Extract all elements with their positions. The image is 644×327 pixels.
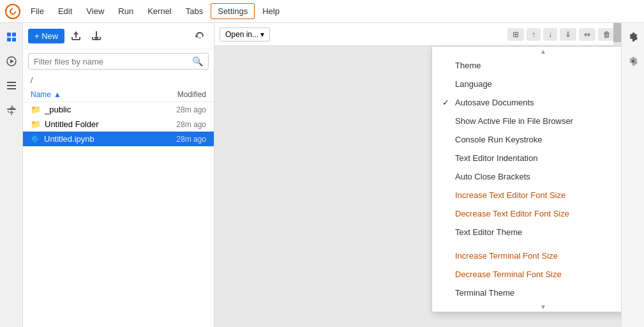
file-modified: 28m ago [155, 135, 206, 144]
scroll-up-indicator: ▲ [432, 47, 621, 56]
content-area: ▲ Theme › Language › ✓ Autosave Document… [214, 23, 621, 327]
svg-rect-0 [7, 33, 11, 36]
cell-action-btn-4[interactable]: ⇓ [560, 28, 576, 41]
icon-bar-files[interactable] [3, 28, 20, 46]
menu-item-label: Language [455, 79, 621, 89]
menu-item-label: Theme [455, 61, 621, 70]
file-modified: 28m ago [155, 105, 206, 114]
sort-arrow-icon: ▲ [54, 90, 61, 99]
menu-item-terminal-theme[interactable]: Terminal Theme › [432, 284, 621, 302]
menu-item-autosave[interactable]: ✓ Autosave Documents [432, 93, 621, 112]
svg-rect-1 [12, 33, 16, 36]
scrollbar-thumb[interactable] [613, 23, 621, 42]
menu-item-label: Auto Close Brackets [455, 172, 621, 181]
menu-edit[interactable]: Edit [52, 4, 79, 19]
download-button[interactable] [87, 28, 105, 43]
file-name: _public [45, 105, 71, 114]
icon-bar-extension[interactable] [3, 101, 20, 119]
file-name: Untitled.ipynb [44, 134, 94, 144]
right-icon-bar [621, 23, 644, 327]
app-logo [5, 4, 20, 19]
file-path: / [23, 73, 214, 87]
menu-item-increase-editor-font[interactable]: Increase Text Editor Font Size [432, 186, 621, 204]
dropdown-arrow-icon: ▾ [260, 30, 264, 39]
svg-point-10 [632, 60, 634, 63]
new-file-button[interactable]: + New [28, 29, 64, 43]
file-row[interactable]: 🔷 Untitled.ipynb 28m ago [23, 132, 214, 146]
refresh-button[interactable] [191, 28, 209, 43]
menu-item-label: Increase Text Editor Font Size [455, 190, 621, 200]
menu-item-label: Decrease Terminal Font Size [455, 270, 621, 279]
main-layout: + New 🔍 / Name ▲ Modified [0, 23, 644, 327]
folder-icon: 📁 [31, 119, 41, 129]
svg-rect-6 [7, 82, 16, 83]
open-in-label: Open in... [225, 30, 258, 39]
menu-item-label: Decrease Text Editor Font Size [455, 209, 621, 218]
menu-item-text-indent[interactable]: Text Editor Indentation › [432, 149, 621, 167]
settings-dropdown-menu: ▲ Theme › Language › ✓ Autosave Document… [431, 46, 621, 312]
file-search-box[interactable]: 🔍 [28, 53, 209, 70]
sidebar-toolbar: + New [23, 23, 214, 49]
file-browser-sidebar: + New 🔍 / Name ▲ Modified [23, 23, 214, 327]
file-row[interactable]: 📁 _public 28m ago [23, 102, 214, 117]
menu-item-show-active[interactable]: Show Active File in File Browser [432, 112, 621, 130]
svg-marker-5 [10, 59, 14, 63]
check-icon: ✓ [442, 98, 455, 107]
cell-action-btn-3[interactable]: ↓ [543, 28, 557, 41]
folder-icon: 📁 [31, 105, 41, 114]
cell-action-btn-1[interactable]: ⊞ [507, 28, 524, 41]
menu-item-label: Text Editor Theme [455, 227, 621, 237]
column-name-header[interactable]: Name ▲ [31, 90, 155, 99]
dropdown-overlay: ▲ Theme › Language › ✓ Autosave Document… [214, 46, 621, 327]
menu-separator [432, 241, 621, 247]
column-modified-header: Modified [155, 90, 206, 99]
menu-view[interactable]: View [80, 4, 110, 19]
menu-tabs[interactable]: Tabs [179, 4, 209, 19]
menu-item-label: Increase Terminal Font Size [455, 251, 621, 261]
right-bar-property[interactable] [624, 52, 642, 70]
search-icon: 🔍 [192, 56, 203, 66]
search-input[interactable] [34, 57, 190, 66]
icon-bar-list[interactable] [3, 77, 20, 95]
svg-rect-2 [7, 38, 11, 42]
file-table-header: Name ▲ Modified [23, 87, 214, 102]
menu-item-increase-terminal-font[interactable]: Increase Terminal Font Size [432, 247, 621, 265]
right-bar-settings[interactable] [624, 28, 642, 46]
menu-item-auto-close[interactable]: Auto Close Brackets [432, 167, 621, 186]
menu-settings[interactable]: Settings [211, 3, 255, 19]
file-name: Untitled Folder [45, 119, 99, 129]
menu-item-theme[interactable]: Theme › [432, 56, 621, 75]
menu-run[interactable]: Run [112, 4, 140, 19]
menu-item-decrease-terminal-font[interactable]: Decrease Terminal Font Size [432, 265, 621, 284]
svg-rect-7 [7, 85, 16, 86]
file-modified: 28m ago [155, 120, 206, 129]
file-row[interactable]: 📁 Untitled Folder 28m ago [23, 117, 214, 132]
notebook-icon: 🔷 [31, 135, 40, 144]
upload-button[interactable] [67, 28, 85, 43]
menu-item-label: Show Active File in File Browser [455, 116, 621, 126]
icon-bar-run[interactable] [3, 52, 20, 70]
cell-action-btn-2[interactable]: ↑ [527, 28, 541, 41]
svg-rect-8 [7, 88, 16, 89]
menubar: File Edit View Run Kernel Tabs Settings … [0, 0, 644, 23]
menu-item-console-run[interactable]: Console Run Keystroke › [432, 130, 621, 149]
left-icon-bar [0, 23, 23, 327]
menu-item-label: Text Editor Indentation [455, 153, 621, 163]
menu-help[interactable]: Help [256, 4, 286, 19]
menu-item-decrease-editor-font[interactable]: Decrease Text Editor Font Size [432, 204, 621, 223]
menu-item-text-editor-theme[interactable]: Text Editor Theme › [432, 223, 621, 241]
open-in-button[interactable]: Open in... ▾ [220, 27, 270, 42]
menu-file[interactable]: File [24, 4, 50, 19]
menu-item-language[interactable]: Language › [432, 75, 621, 93]
svg-rect-9 [7, 109, 16, 110]
menu-kernel[interactable]: Kernel [141, 4, 178, 19]
svg-rect-3 [12, 38, 16, 42]
menu-item-label: Terminal Theme [455, 288, 621, 298]
menu-item-label: Autosave Documents [455, 98, 621, 107]
scroll-down-indicator: ▼ [432, 302, 621, 312]
cell-action-btn-5[interactable]: ⇔ [579, 28, 595, 41]
menu-item-label: Console Run Keystroke [455, 135, 621, 144]
